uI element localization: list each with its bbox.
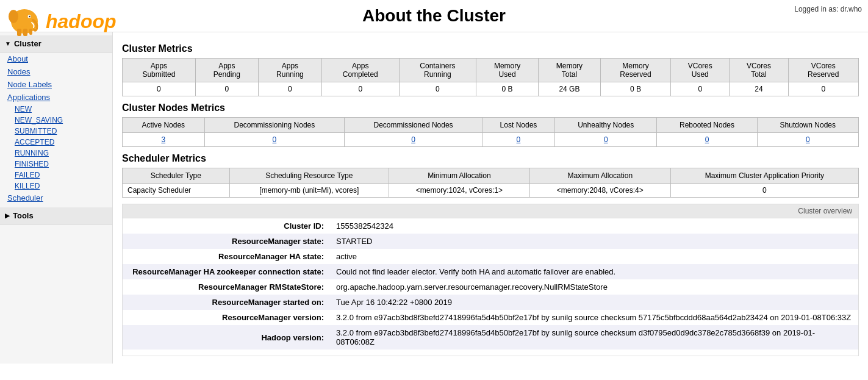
col-active-nodes: Active Nodes <box>123 118 205 133</box>
overview-label: ResourceManager version: <box>123 310 330 325</box>
val-apps-pending: 0 <box>195 82 258 96</box>
overview-row: ResourceManager started on:Tue Apr 16 10… <box>123 295 858 310</box>
overview-value: 1555382542324 <box>330 218 858 234</box>
rebooted-nodes-link[interactable]: 0 <box>705 135 709 144</box>
page-title: About the Cluster <box>362 6 506 26</box>
val-decommissioning-nodes: 0 <box>204 133 345 147</box>
svg-rect-6 <box>23 29 27 36</box>
sidebar-item-nodes[interactable]: Nodes <box>0 65 112 78</box>
col-vcores-total: VCoresTotal <box>730 59 788 82</box>
col-vcores-used: VCoresUsed <box>671 59 730 82</box>
val-apps-completed: 0 <box>321 82 399 96</box>
sidebar-item-accepted[interactable]: ACCEPTED <box>0 137 112 148</box>
cluster-overview-section: Cluster overview Cluster ID:155538254232… <box>122 204 859 356</box>
tools-section-header[interactable]: ▶ Tools <box>0 207 112 224</box>
sidebar-item-applications[interactable]: Applications <box>0 91 112 104</box>
svg-point-2 <box>9 10 18 23</box>
col-apps-completed: AppsCompleted <box>321 59 399 82</box>
decommissioned-nodes-link[interactable]: 0 <box>411 135 415 144</box>
col-scheduling-resource-type: Scheduling Resource Type <box>229 168 389 184</box>
val-apps-running: 0 <box>258 82 321 96</box>
overview-value: STARTED <box>330 234 858 249</box>
sidebar-item-failed[interactable]: FAILED <box>0 170 112 181</box>
sidebar-item-new-saving[interactable]: NEW_SAVING <box>0 115 112 126</box>
sidebar-item-killed[interactable]: KILLED <box>0 181 112 192</box>
col-vcores-reserved: VCoresReserved <box>788 59 858 82</box>
logged-in-text: Logged in as: dr.who <box>794 5 862 13</box>
col-decommissioning-nodes: Decommissioning Nodes <box>204 118 345 133</box>
overview-label: ResourceManager HA zookeeper connection … <box>123 264 330 279</box>
col-minimum-allocation: Minimum Allocation <box>389 168 529 184</box>
main-layout: ▼ Cluster About Nodes Node Labels Applic… <box>0 32 868 364</box>
hadoop-logo: hadoop <box>6 3 117 40</box>
val-rebooted-nodes: 0 <box>657 133 757 147</box>
col-containers-running: ContainersRunning <box>399 59 476 82</box>
col-memory-total: MemoryTotal <box>539 59 601 82</box>
val-maximum-allocation: <memory:2048, vCores:4> <box>529 184 670 198</box>
val-vcores-used: 0 <box>671 82 730 96</box>
overview-row: ResourceManager HA zookeeper connection … <box>123 264 858 279</box>
shutdown-nodes-link[interactable]: 0 <box>806 135 810 144</box>
cluster-section-label: Cluster <box>14 39 41 48</box>
col-scheduler-type: Scheduler Type <box>123 168 230 184</box>
sidebar: ▼ Cluster About Nodes Node Labels Applic… <box>0 32 113 364</box>
val-memory-total: 24 GB <box>539 82 601 96</box>
sidebar-item-running[interactable]: RUNNING <box>0 148 112 159</box>
overview-value: Tue Apr 16 10:42:22 +0800 2019 <box>330 295 858 310</box>
val-vcores-total: 24 <box>730 82 788 96</box>
overview-label: Hadoop version: <box>123 325 330 350</box>
col-memory-reserved: MemoryReserved <box>600 59 670 82</box>
overview-label: Cluster ID: <box>123 218 330 234</box>
active-nodes-link[interactable]: 3 <box>161 135 165 144</box>
sidebar-item-about[interactable]: About <box>0 52 112 65</box>
unhealthy-nodes-link[interactable]: 0 <box>604 135 608 144</box>
cluster-nodes-row: 3 0 0 0 0 0 0 <box>123 133 859 147</box>
val-unhealthy-nodes: 0 <box>555 133 657 147</box>
val-containers-running: 0 <box>399 82 476 96</box>
page-header: hadoop About the Cluster Logged in as: d… <box>0 0 868 32</box>
col-lost-nodes: Lost Nodes <box>482 118 554 133</box>
overview-label: ResourceManager state: <box>123 234 330 249</box>
col-unhealthy-nodes: Unhealthy Nodes <box>555 118 657 133</box>
overview-row: Cluster ID:1555382542324 <box>123 218 858 234</box>
decommissioning-nodes-link[interactable]: 0 <box>273 135 277 144</box>
sidebar-item-scheduler[interactable]: Scheduler <box>0 192 112 204</box>
overview-label: ResourceManager HA state: <box>123 249 330 264</box>
overview-value: org.apache.hadoop.yarn.server.resourcema… <box>330 279 858 295</box>
overview-value: 3.2.0 from e97acb3bd8f3befd27418996fa5d4… <box>330 325 858 350</box>
lost-nodes-link[interactable]: 0 <box>517 135 521 144</box>
overview-row: ResourceManager version:3.2.0 from e97ac… <box>123 310 858 325</box>
col-apps-running: AppsRunning <box>258 59 321 82</box>
overview-value: Could not find leader elector. Verify bo… <box>330 264 858 279</box>
svg-point-4 <box>29 16 30 17</box>
cluster-metrics-row: 0 0 0 0 0 0 B 24 GB 0 B 0 24 0 <box>123 82 859 96</box>
sidebar-item-node-labels[interactable]: Node Labels <box>0 78 112 91</box>
cluster-arrow-icon: ▼ <box>5 40 11 47</box>
val-decommissioned-nodes: 0 <box>345 133 482 147</box>
col-maximum-allocation: Maximum Allocation <box>529 168 670 184</box>
sidebar-item-finished[interactable]: FINISHED <box>0 159 112 170</box>
overview-label: ResourceManager started on: <box>123 295 330 310</box>
val-max-cluster-app-priority: 0 <box>670 184 858 198</box>
val-minimum-allocation: <memory:1024, vCores:1> <box>389 184 529 198</box>
overview-row: Hadoop version:3.2.0 from e97acb3bd8f3be… <box>123 325 858 350</box>
overview-row: ResourceManager HA state:active <box>123 249 858 264</box>
tools-section: ▶ Tools <box>0 207 112 224</box>
cluster-nodes-metrics-table: Active Nodes Decommissioning Nodes Decom… <box>122 117 859 147</box>
sidebar-item-new[interactable]: NEW <box>0 104 112 115</box>
cluster-nodes-metrics-title: Cluster Nodes Metrics <box>122 102 859 113</box>
val-memory-used: 0 B <box>476 82 539 96</box>
cluster-metrics-title: Cluster Metrics <box>122 43 859 54</box>
main-content: Cluster Metrics AppsSubmitted AppsPendin… <box>113 32 868 364</box>
svg-rect-7 <box>29 29 32 35</box>
col-max-cluster-app-priority: Maximum Cluster Application Priority <box>670 168 858 184</box>
overview-label: ResourceManager RMStateStore: <box>123 279 330 295</box>
sidebar-item-submitted[interactable]: SUBMITTED <box>0 126 112 137</box>
col-shutdown-nodes: Shutdown Nodes <box>757 118 858 133</box>
overview-row: ResourceManager state:STARTED <box>123 234 858 249</box>
overview-value: 3.2.0 from e97acb3bd8f3befd27418996fa5d4… <box>330 310 858 325</box>
tools-arrow-icon: ▶ <box>5 212 10 219</box>
val-lost-nodes: 0 <box>482 133 554 147</box>
scheduler-metrics-title: Scheduler Metrics <box>122 153 859 164</box>
val-shutdown-nodes: 0 <box>757 133 858 147</box>
